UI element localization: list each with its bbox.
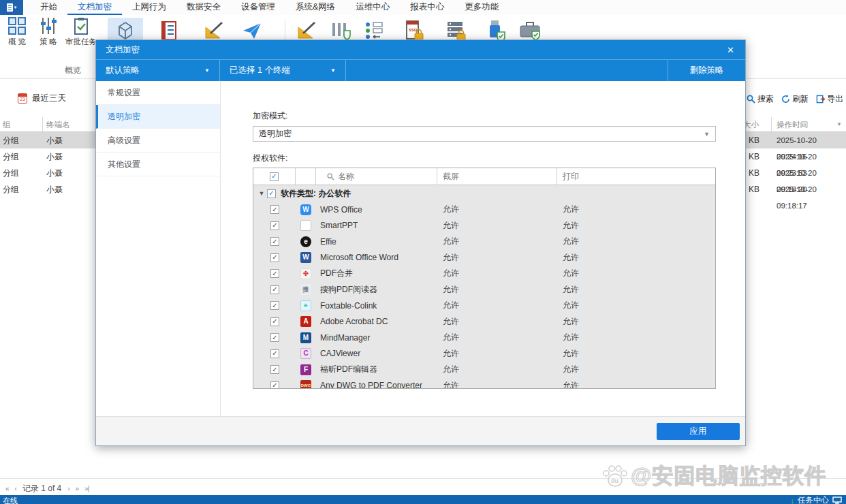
print-permission[interactable]: 允许	[557, 284, 715, 296]
software-row[interactable]: ✓ A Adobe Acrobat DC 允许 允许	[253, 314, 715, 330]
menu-item[interactable]: 更多功能	[454, 0, 509, 15]
screenshot-permission[interactable]: 允许	[437, 364, 557, 375]
refresh-button[interactable]: 刷新	[781, 93, 809, 105]
table-row[interactable]: 分组 小聂	[0, 132, 96, 148]
software-row[interactable]: ✓ ✤ PDF合并 允许 允许	[253, 266, 715, 282]
column-header-print[interactable]: 打印	[557, 168, 715, 185]
screenshot-permission[interactable]: 允许	[437, 300, 557, 311]
screenshot-permission[interactable]: 允许	[437, 284, 557, 296]
print-permission[interactable]: 允许	[557, 220, 715, 232]
row-checkbox[interactable]: ✓	[270, 333, 279, 342]
software-row[interactable]: ✓ W WPS Office 允许 允许	[253, 202, 715, 218]
column-header-terminal[interactable]: 终端名	[43, 117, 96, 131]
table-actions: 搜索 刷新 导出	[747, 93, 843, 105]
print-permission[interactable]: 允许	[557, 380, 715, 388]
table-header: 组 终端名	[0, 117, 96, 132]
print-permission[interactable]: 允许	[557, 364, 715, 375]
screenshot-permission[interactable]: 允许	[437, 220, 557, 232]
software-row[interactable]: ✓ C CAJViewer 允许 允许	[253, 346, 715, 362]
sidebar-item[interactable]: 透明加密	[96, 105, 220, 129]
screenshot-permission[interactable]: 允许	[437, 252, 557, 264]
screenshot-permission[interactable]: 允许	[437, 316, 557, 328]
row-checkbox[interactable]: ✓	[270, 253, 279, 262]
tool-policy[interactable]: 策 略	[33, 17, 64, 47]
collapse-chevron-icon[interactable]: ▼	[256, 190, 267, 197]
monitor-icon[interactable]	[832, 497, 842, 504]
menu-item[interactable]: 上网行为	[122, 0, 176, 15]
prev-page-button[interactable]: ‹	[15, 485, 16, 492]
screenshot-permission[interactable]: 允许	[437, 332, 557, 343]
table-row[interactable]: 分组 小聂	[0, 165, 96, 181]
software-row[interactable]: ✓ ≡ Foxtable-Colink 允许 允许	[253, 298, 715, 314]
search-button[interactable]: 搜索	[747, 93, 774, 105]
table-row[interactable]: 分组 小聂	[0, 148, 96, 165]
policy-dropdown[interactable]: 默认策略 ▼	[96, 60, 220, 81]
print-permission[interactable]: 允许	[557, 252, 715, 264]
tool-approval[interactable]: 审批任务	[65, 17, 97, 47]
encryption-mode-label: 加密模式:	[253, 110, 287, 122]
last-page-button[interactable]: »	[76, 485, 79, 492]
column-header-name[interactable]: 名称	[316, 168, 437, 185]
column-header-group[interactable]: 组	[0, 117, 43, 131]
column-header-screenshot[interactable]: 截屏	[437, 168, 557, 185]
table-row[interactable]: 分组 小聂	[0, 181, 96, 198]
print-permission[interactable]: 允许	[557, 300, 715, 311]
column-header-time[interactable]: 操作时间▼	[772, 117, 846, 131]
row-checkbox[interactable]: ✓	[270, 269, 279, 278]
row-checkbox[interactable]: ✓	[270, 301, 279, 310]
print-permission[interactable]: 允许	[557, 236, 715, 247]
date-filter[interactable]: 最近三天	[18, 93, 66, 104]
row-checkbox[interactable]: ✓	[270, 205, 279, 214]
software-row[interactable]: ✓ 搜 搜狗PDF阅读器 允许 允许	[253, 282, 715, 298]
row-checkbox[interactable]: ✓	[270, 237, 279, 246]
sort-caret-icon[interactable]: ▼	[836, 117, 842, 132]
group-checkbox[interactable]: ✓	[267, 189, 276, 198]
sidebar-item[interactable]: 其他设置	[96, 153, 220, 176]
first-page-button[interactable]: «	[5, 485, 9, 492]
encryption-mode-select[interactable]: 透明加密 ▼	[253, 126, 716, 142]
print-permission[interactable]: 允许	[557, 316, 715, 328]
sidebar-item[interactable]: 高级设置	[96, 129, 220, 153]
menu-item[interactable]: 运维中心	[345, 0, 400, 15]
print-permission[interactable]: 允许	[557, 348, 715, 360]
software-row[interactable]: ✓ e Effie 允许 允许	[253, 234, 715, 250]
menu-item[interactable]: 文档加密	[67, 0, 122, 15]
software-row[interactable]: ✓ W Microsoft Office Word 允许 允许	[253, 250, 715, 266]
screenshot-permission[interactable]: 允许	[437, 204, 557, 215]
print-permission[interactable]: 允许	[557, 268, 715, 279]
row-checkbox[interactable]: ✓	[270, 349, 279, 358]
software-row[interactable]: ✓ M MindManager 允许 允许	[253, 330, 715, 346]
row-checkbox[interactable]: ✓	[270, 381, 279, 388]
software-row[interactable]: ✓ F 福昕PDF编辑器 允许 允许	[253, 362, 715, 378]
screenshot-permission[interactable]: 允许	[437, 236, 557, 247]
screenshot-permission[interactable]: 允许	[437, 268, 557, 279]
terminal-dropdown[interactable]: 已选择 1 个终端 ▼	[220, 60, 346, 81]
select-all-checkbox[interactable]: ✓	[270, 172, 279, 181]
print-permission[interactable]: 允许	[557, 332, 715, 343]
next-page-button[interactable]: ›	[67, 485, 69, 492]
tool-overview[interactable]: 概 览	[1, 17, 33, 47]
task-center-button[interactable]: 任务中心	[798, 495, 829, 504]
jump-end-button[interactable]: »|	[84, 485, 89, 492]
software-row[interactable]: ✓ DWG Any DWG to PDF Converter 允许 允许	[253, 378, 715, 389]
delete-policy-button[interactable]: 删除策略	[668, 60, 745, 81]
export-button[interactable]: 导出	[816, 93, 843, 105]
apply-button[interactable]: 应用	[657, 423, 740, 440]
menu-item[interactable]: 设备管理	[231, 0, 285, 15]
software-row[interactable]: ✓ SmartPPT 允许 允许	[253, 218, 715, 234]
close-icon[interactable]: ✕	[725, 45, 736, 55]
app-icon: W	[300, 204, 311, 215]
screenshot-permission[interactable]: 允许	[437, 348, 557, 360]
row-checkbox[interactable]: ✓	[270, 285, 279, 294]
app-menu-button[interactable]: ▾	[0, 0, 23, 15]
row-checkbox[interactable]: ✓	[270, 221, 279, 230]
menu-item[interactable]: 数据安全	[176, 0, 231, 15]
menu-item[interactable]: 系统&网络	[285, 0, 345, 15]
row-checkbox[interactable]: ✓	[270, 317, 279, 326]
menu-item[interactable]: 开始	[30, 0, 67, 15]
menu-item[interactable]: 报表中心	[400, 0, 454, 15]
sidebar-item[interactable]: 常规设置	[96, 81, 220, 105]
print-permission[interactable]: 允许	[557, 204, 715, 215]
row-checkbox[interactable]: ✓	[270, 365, 279, 374]
screenshot-permission[interactable]: 允许	[437, 380, 557, 388]
